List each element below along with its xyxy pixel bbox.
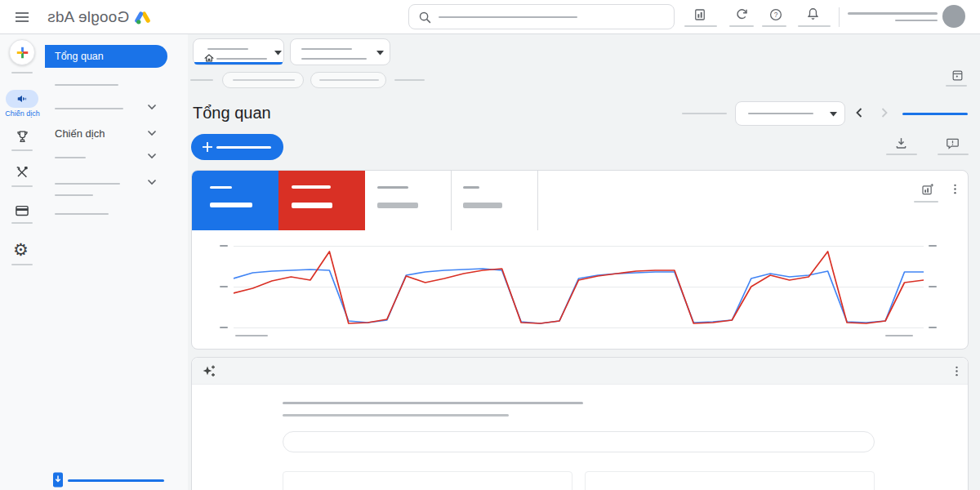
metric-tab-2[interactable] [278, 171, 365, 230]
redacted-filter-label [190, 79, 213, 81]
redacted-label [938, 154, 969, 155]
redacted-metric-label [292, 185, 331, 189]
redacted-text [207, 48, 248, 50]
campaign-scope-dropdown[interactable] [290, 38, 390, 65]
google-ads-app: Google Ads ? [0, 0, 980, 490]
svg-text:?: ? [774, 11, 778, 19]
redacted-label [11, 185, 33, 187]
create-button[interactable] [9, 39, 35, 65]
plus-icon [202, 141, 213, 153]
main-content: Tổng quan [188, 34, 980, 490]
y-axis-tick-right [929, 327, 937, 328]
refresh-icon[interactable] [734, 7, 750, 22]
billing-card-icon[interactable] [14, 203, 30, 219]
redacted-label [886, 154, 917, 155]
redacted-text [301, 58, 367, 60]
redacted-metric-label [463, 186, 479, 189]
redacted-date-label [682, 113, 727, 114]
menu-icon[interactable] [15, 10, 29, 24]
reports-icon[interactable] [693, 7, 707, 22]
redacted-insight-subtitle [283, 414, 509, 416]
phone-download-icon [52, 472, 64, 488]
trophy-icon[interactable] [15, 129, 30, 145]
date-range-dropdown[interactable] [735, 101, 845, 126]
filter-chip[interactable] [222, 72, 304, 88]
gear-icon[interactable]: ⚙ [13, 241, 29, 258]
redacted-label [762, 25, 786, 27]
google-colored-plus-icon [16, 46, 29, 60]
ai-prompt-input[interactable] [283, 431, 875, 452]
rail-item-campaigns-label: Chiến dịch [0, 109, 45, 118]
redacted-account-text [848, 12, 938, 15]
overview-chart-card [191, 170, 969, 350]
suggestion-card[interactable] [283, 471, 572, 490]
page-title: Tổng quan [193, 104, 271, 122]
redacted-link-text[interactable] [902, 113, 968, 115]
user-avatar[interactable] [942, 5, 965, 28]
redacted-metric-label [210, 186, 232, 189]
more-menu-icon[interactable] [950, 364, 964, 378]
redacted-label [11, 149, 33, 151]
redacted-sidebar-subitem [55, 194, 93, 196]
feedback-icon[interactable] [945, 136, 960, 151]
redacted-insight-title [283, 402, 583, 404]
redacted-search-text [439, 16, 577, 18]
redacted-metric-value [463, 203, 502, 208]
redacted-sidebar-item [55, 183, 120, 185]
chevron-left-icon[interactable] [854, 107, 864, 118]
tools-icon[interactable] [14, 164, 30, 180]
redacted-metric-value [210, 203, 252, 207]
redacted-metric-label [377, 186, 408, 189]
redacted-sidebar-item[interactable] [55, 84, 118, 86]
y-axis-tick [220, 286, 228, 287]
redacted-label [914, 201, 938, 203]
megaphone-icon [16, 93, 28, 105]
dropdown-arrow-icon [274, 51, 282, 56]
search-input[interactable] [408, 4, 675, 29]
chart-options-icon[interactable] [920, 182, 935, 197]
redacted-button-text [216, 146, 271, 149]
layout-icon[interactable] [951, 69, 964, 82]
chevron-down-icon [147, 129, 157, 137]
x-axis-label-redacted [235, 335, 268, 336]
dropdown-arrow-icon [830, 112, 837, 117]
redacted-sidebar-item [55, 108, 123, 109]
ai-panel-header [192, 358, 968, 385]
google-ads-logo[interactable]: Google Ads [47, 7, 151, 27]
redacted-chip-text [233, 79, 295, 81]
sidebar-item-campaigns-label: Chiến dịch [55, 127, 105, 140]
redacted-label [11, 222, 33, 224]
redacted-metric-value [377, 203, 418, 208]
metric-tab-3[interactable] [365, 171, 452, 230]
google-ads-triangle-icon [134, 10, 151, 25]
search-icon [418, 11, 432, 24]
download-icon[interactable] [893, 136, 909, 151]
redacted-metric-value [292, 203, 332, 208]
redacted-label [798, 25, 831, 27]
overview-chart-svg [234, 242, 924, 332]
redacted-text [216, 58, 267, 60]
redacted-text [301, 48, 352, 50]
new-campaign-button[interactable] [191, 134, 283, 160]
suggestion-card[interactable] [585, 471, 875, 490]
ai-insights-panel [191, 357, 969, 490]
account-scope-dropdown[interactable] [193, 38, 284, 65]
sidebar-item-overview[interactable]: Tổng quan [45, 45, 167, 68]
filter-chip[interactable] [310, 72, 386, 88]
help-icon[interactable]: ? [768, 7, 783, 22]
redacted-sidebar-item[interactable] [55, 213, 109, 215]
nav-rail: Chiến dịch ⚙ [0, 34, 45, 490]
redacted-account-id [895, 20, 938, 21]
redacted-promo-link-text [68, 479, 164, 482]
rail-item-campaigns[interactable] [6, 90, 38, 108]
redacted-label [946, 85, 967, 87]
redacted-chip-text [319, 79, 379, 81]
metric-tab-1[interactable] [192, 171, 278, 230]
metric-tab-4[interactable] [452, 171, 538, 230]
chevron-right-icon[interactable] [880, 107, 889, 118]
selected-indicator [194, 62, 283, 65]
chevron-down-icon [147, 152, 157, 160]
more-menu-icon[interactable] [948, 182, 962, 196]
notifications-icon[interactable] [805, 7, 821, 22]
redacted-label [684, 25, 717, 27]
